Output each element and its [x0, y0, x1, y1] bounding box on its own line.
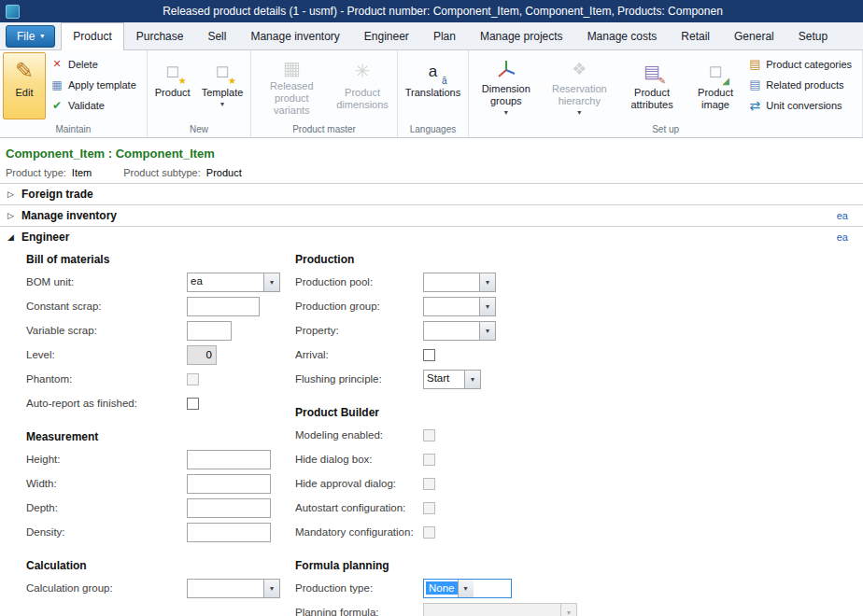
tab-manage-projects[interactable]: Manage projects — [468, 22, 575, 49]
ribbon-button-dimension-groups[interactable]: Dimension groups▾ — [472, 52, 540, 119]
field-row-hide-dialog-box: Hide dialog box: — [295, 447, 863, 471]
ribbon-button-template[interactable]: □★Template▾ — [197, 52, 248, 119]
fasttab-manage-inventory[interactable]: ▷Manage inventoryea — [0, 204, 863, 226]
fasttab-summary: ea — [837, 210, 848, 221]
ribbon-group-new: □★Product□★Template▾New — [148, 50, 252, 137]
tab-manage-inventory[interactable]: Manage inventory — [238, 22, 351, 49]
ribbon-button-product-attributes[interactable]: ▤✎Product attributes — [618, 52, 685, 119]
hide-approval-dialog-checkbox — [423, 478, 435, 490]
product-new-badge-icon: ★ — [178, 77, 187, 86]
calculation-group-label: Calculation group: — [26, 582, 187, 594]
field-row-density: Density: — [26, 520, 295, 544]
ribbon-group-languages: aāTranslationsLanguages — [398, 50, 470, 137]
chevron-down-icon[interactable]: ▾ — [263, 273, 279, 291]
chevron-down-icon: ▾ — [40, 32, 44, 40]
ribbon-button-validate[interactable]: ✔Validate — [48, 95, 144, 115]
flushing-principle-label: Flushing principle: — [295, 373, 423, 385]
ribbon-button-edit[interactable]: ✎Edit — [3, 52, 46, 119]
width-input[interactable] — [187, 474, 271, 494]
ribbon-button-product[interactable]: □★Product — [150, 52, 195, 119]
delete-label: Delete — [68, 59, 98, 70]
hide-dialog-box-checkbox — [423, 454, 435, 466]
phantom-label: Phantom: — [26, 373, 187, 385]
field-row-constant-scrap: Constant scrap: — [26, 294, 295, 318]
tab-retail[interactable]: Retail — [669, 22, 722, 49]
field-row-modeling-enabled: Modeling enabled: — [295, 423, 863, 447]
reservation-hierarchy-label: Reservation hierarchy — [546, 83, 612, 107]
product-label: Product — [155, 87, 191, 99]
field-row-variable-scrap: Variable scrap: — [26, 318, 295, 343]
field-row-level: Level: — [26, 343, 295, 367]
tab-setup[interactable]: Setup — [786, 22, 840, 49]
engineer-column-right: ProductionProduction pool:▾Production gr… — [295, 249, 863, 616]
chevron-down-icon[interactable]: ▾ — [458, 580, 474, 597]
chevron-down-icon[interactable]: ▾ — [479, 298, 495, 315]
unit-conversions-icon: ⇄ — [747, 98, 762, 113]
chevron-down-icon: ▾ — [220, 100, 224, 108]
product-attributes-label: Product attributes — [623, 87, 680, 111]
variable-scrap-input[interactable] — [187, 321, 232, 341]
flushing-principle-combobox[interactable]: Start▾ — [423, 370, 481, 389]
product-image-label: Product image — [692, 87, 740, 111]
section-heading-production: Production — [295, 249, 863, 270]
field-row-depth: Depth: — [26, 496, 295, 520]
field-row-autostart-configuration: Autostart configuration: — [295, 496, 863, 520]
tab-plan[interactable]: Plan — [421, 22, 468, 49]
tab-engineer[interactable]: Engineer — [352, 22, 421, 49]
chevron-down-icon[interactable]: ▾ — [464, 371, 480, 388]
section-heading-measurement: Measurement — [26, 427, 295, 447]
height-label: Height: — [26, 454, 187, 465]
property-combobox[interactable]: ▾ — [423, 321, 496, 341]
fasttab-foreign-trade[interactable]: ▷Foreign trade — [0, 183, 863, 204]
product-type-label: Product type: — [6, 167, 66, 178]
ribbon-group-caption: Set up — [472, 122, 859, 137]
ribbon-button-product-image[interactable]: □◢Product image — [687, 52, 744, 119]
product-dimensions-label: Product dimensions — [335, 87, 389, 111]
bom-unit-combobox[interactable]: ea▾ — [187, 273, 280, 292]
field-row-planning-formula: Planning formula:▾ — [295, 600, 863, 616]
ribbon-button-product-dimensions: ✳Product dimensions — [331, 52, 393, 119]
tab-purchase[interactable]: Purchase — [124, 22, 196, 49]
property-value — [424, 322, 479, 340]
production-type-combobox[interactable]: None▾ — [423, 579, 512, 598]
ribbon-button-apply-template[interactable]: ▦Apply template — [48, 75, 144, 94]
ribbon-button-unit-conversions[interactable]: ⇄Unit conversions — [745, 95, 859, 115]
auto-report-as-finished-checkbox[interactable] — [187, 398, 199, 410]
height-input[interactable] — [187, 450, 271, 469]
ribbon-button-product-categories[interactable]: ▤Product categories — [745, 54, 859, 74]
fasttab-engineer[interactable]: ◢Engineerea — [0, 226, 863, 247]
tab-product[interactable]: Product — [61, 22, 123, 50]
hide-dialog-box-label: Hide dialog box: — [295, 454, 423, 465]
edit-label: Edit — [16, 87, 34, 99]
flushing-principle-value: Start — [424, 371, 464, 388]
ribbon-group-caption: Maintain — [3, 122, 144, 137]
autostart-configuration-label: Autostart configuration: — [295, 502, 423, 513]
ribbon-button-delete[interactable]: ✕Delete — [48, 54, 144, 74]
width-label: Width: — [26, 478, 187, 489]
chevron-down-icon[interactable]: ▾ — [263, 580, 279, 597]
ribbon-button-translations[interactable]: aāTranslations — [401, 52, 466, 119]
tab-manage-costs[interactable]: Manage costs — [575, 22, 670, 49]
planning-formula-combobox: ▾ — [423, 603, 577, 616]
density-input[interactable] — [187, 523, 271, 542]
constant-scrap-input[interactable] — [187, 297, 260, 316]
reservation-hierarchy-icon: ❖ — [569, 57, 589, 81]
ribbon-tabstrip: File ▾ ProductPurchaseSellManage invento… — [0, 22, 863, 50]
file-menu-button[interactable]: File ▾ — [6, 25, 55, 48]
production-group-combobox[interactable]: ▾ — [423, 297, 496, 316]
depth-input[interactable] — [187, 498, 271, 518]
translations-icon: aā — [422, 57, 443, 85]
fasttab-summary: ea — [837, 231, 848, 243]
production-pool-combobox[interactable]: ▾ — [423, 273, 496, 292]
fasttab-label: Foreign trade — [21, 188, 93, 201]
ribbon-button-related-products[interactable]: ▤Related products — [745, 75, 859, 94]
app-icon — [6, 5, 20, 19]
chevron-down-icon[interactable]: ▾ — [479, 322, 495, 340]
tab-general[interactable]: General — [722, 22, 786, 49]
arrival-checkbox[interactable] — [423, 349, 435, 361]
field-row-phantom: Phantom: — [26, 367, 295, 391]
template-new-icon: □★ — [212, 57, 233, 85]
calculation-group-combobox[interactable]: ▾ — [187, 579, 280, 598]
tab-sell[interactable]: Sell — [195, 22, 238, 49]
chevron-down-icon[interactable]: ▾ — [479, 273, 495, 291]
